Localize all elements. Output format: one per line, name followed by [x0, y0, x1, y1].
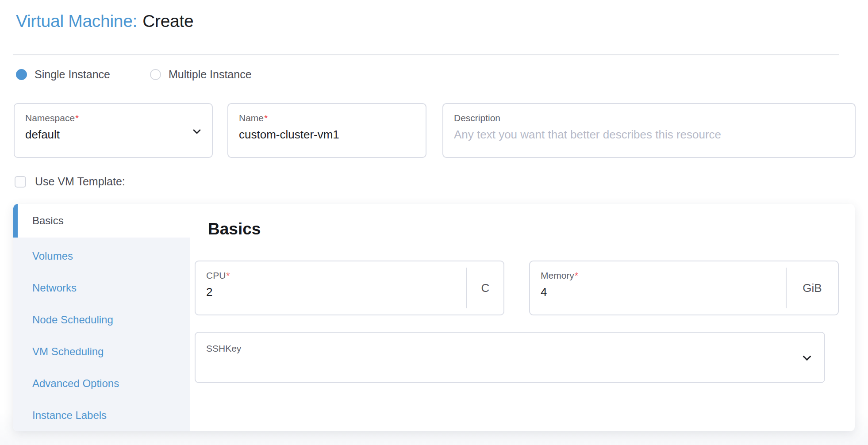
- instance-mode-radio-group: Single Instance Multiple Instance: [16, 68, 252, 81]
- page-title-resource: Virtual Machine:: [16, 12, 137, 31]
- description-input[interactable]: [454, 128, 844, 142]
- description-label: Description: [454, 113, 500, 123]
- namespace-value: default: [25, 128, 174, 142]
- tab-basics[interactable]: Basics: [13, 204, 190, 238]
- chevron-down-icon[interactable]: [192, 126, 202, 137]
- cpu-unit-label: C: [481, 281, 490, 295]
- tab-vm-scheduling[interactable]: VM Scheduling: [13, 336, 190, 368]
- page-title: Virtual Machine:Create: [16, 12, 193, 31]
- radio-unselected-icon[interactable]: [150, 69, 161, 80]
- cpu-unit-suffix: C: [466, 268, 503, 308]
- tab-node-scheduling[interactable]: Node Scheduling: [13, 304, 190, 336]
- namespace-select[interactable]: Namespace* default: [14, 103, 213, 158]
- use-vm-template-label: Use VM Template:: [35, 175, 125, 188]
- memory-input[interactable]: [541, 285, 800, 299]
- tab-list: Volumes Networks Node Scheduling VM Sche…: [13, 238, 190, 431]
- required-asterisk: *: [575, 270, 578, 280]
- tab-volumes[interactable]: Volumes: [13, 240, 190, 272]
- name-label: Name*: [239, 113, 268, 123]
- cpu-field: CPU* C: [195, 261, 504, 315]
- required-asterisk: *: [226, 270, 230, 280]
- basics-heading: Basics: [208, 220, 261, 238]
- use-vm-template-row[interactable]: Use VM Template:: [15, 175, 125, 188]
- memory-field: Memory* GiB: [529, 261, 839, 315]
- single-instance-radio[interactable]: Single Instance: [16, 68, 110, 81]
- single-instance-label: Single Instance: [35, 68, 110, 81]
- header-divider: [13, 54, 839, 55]
- checkbox-unchecked-icon[interactable]: [15, 176, 26, 188]
- chevron-down-icon[interactable]: [801, 352, 813, 364]
- cpu-input[interactable]: [206, 285, 465, 299]
- namespace-label: Namespace*: [25, 113, 79, 123]
- required-asterisk: *: [264, 113, 268, 123]
- memory-unit-label: GiB: [803, 281, 822, 295]
- page-title-action: Create: [142, 12, 193, 31]
- tab-networks[interactable]: Networks: [13, 272, 190, 304]
- memory-unit-suffix: GiB: [786, 268, 838, 308]
- name-field: Name*: [227, 103, 426, 158]
- tab-content-basics: Basics: [190, 204, 855, 431]
- vm-create-page: Virtual Machine:Create Single Instance M…: [0, 0, 868, 445]
- cpu-label: CPU*: [206, 270, 230, 281]
- vm-config-panel: Basics Volumes Networks Node Scheduling …: [13, 204, 855, 431]
- name-input[interactable]: [239, 128, 388, 142]
- tab-advanced-options[interactable]: Advanced Options: [13, 368, 190, 399]
- description-field: Description: [442, 103, 856, 158]
- multiple-instance-label: Multiple Instance: [169, 68, 252, 81]
- memory-label: Memory*: [541, 270, 578, 281]
- multiple-instance-radio[interactable]: Multiple Instance: [150, 68, 252, 81]
- tab-sidebar: Basics Volumes Networks Node Scheduling …: [13, 204, 190, 431]
- required-asterisk: *: [75, 113, 79, 123]
- sshkey-select[interactable]: SSHKey: [195, 332, 825, 383]
- sshkey-label: SSHKey: [206, 343, 241, 354]
- tab-instance-labels[interactable]: Instance Labels: [13, 399, 190, 431]
- radio-selected-icon[interactable]: [16, 69, 27, 80]
